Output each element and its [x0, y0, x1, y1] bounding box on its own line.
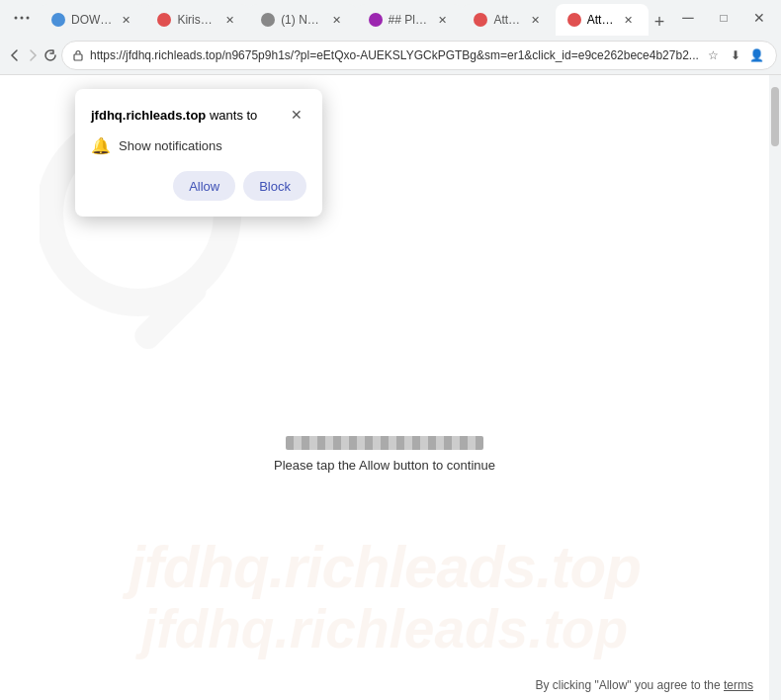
- allow-button[interactable]: Allow: [173, 171, 235, 201]
- bottom-text: By clicking "Allow" you agree to the: [535, 678, 720, 692]
- tab5-favicon: [474, 13, 487, 27]
- tab4-close[interactable]: ✕: [434, 12, 450, 28]
- tab-4[interactable]: ## Please... ✕: [357, 4, 463, 36]
- popup-actions: Allow Block: [91, 171, 306, 201]
- progress-section: Please tap the Allow button to continue: [236, 436, 533, 473]
- popup-close-button[interactable]: ✕: [287, 105, 306, 125]
- maximize-button[interactable]: □: [710, 4, 738, 32]
- text-watermark2: jfdhq.richleads.top: [141, 597, 628, 660]
- tab-3[interactable]: (1) New M... ✕: [249, 4, 356, 36]
- svg-rect-3: [74, 54, 82, 60]
- tab2-close[interactable]: ✕: [221, 12, 237, 28]
- browser-menu-icon[interactable]: [8, 4, 36, 32]
- close-button[interactable]: ✕: [745, 4, 773, 32]
- tab6-close[interactable]: ✕: [621, 12, 637, 28]
- tab6-title: Attention: [587, 13, 615, 27]
- popup-wants-to: wants to: [210, 108, 257, 123]
- tab5-title: Attention: [493, 13, 521, 27]
- tab4-title: ## Please...: [389, 13, 429, 27]
- new-tab-button[interactable]: +: [649, 8, 670, 36]
- popup-site: jfdhq.richleads.top: [91, 108, 206, 123]
- tab-1[interactable]: DOWNLO... ✕: [40, 4, 145, 36]
- back-button[interactable]: [8, 42, 22, 69]
- tab-2[interactable]: KirisTV D... ✕: [145, 4, 249, 36]
- address-bar[interactable]: https://jfdhq.richleads.top/n9675p9h1s/?…: [61, 41, 777, 70]
- svg-point-2: [27, 17, 30, 20]
- notification-popup: jfdhq.richleads.top wants to ✕ 🔔 Show no…: [75, 89, 322, 217]
- tab3-title: (1) New M...: [281, 13, 322, 27]
- download-icon[interactable]: ⬇: [727, 46, 744, 64]
- popup-notification-row: 🔔 Show notifications: [91, 136, 306, 155]
- title-bar: DOWNLO... ✕ KirisTV D... ✕ (1) New M... …: [0, 0, 781, 36]
- content-area: jfdhq.richleads.top wants to ✕ 🔔 Show no…: [0, 75, 781, 700]
- tab2-favicon: [157, 13, 171, 27]
- forward-button[interactable]: [26, 42, 40, 69]
- progress-bar: [286, 436, 483, 450]
- tab1-title: DOWNLO...: [71, 13, 112, 27]
- tab2-title: KirisTV D...: [177, 13, 216, 27]
- refresh-button[interactable]: [43, 42, 57, 69]
- minimize-button[interactable]: ─: [674, 4, 702, 32]
- svg-point-0: [15, 17, 18, 20]
- svg-point-1: [21, 17, 24, 20]
- watermark-line1: jfdhq.richleads.top: [129, 534, 641, 600]
- tab-bar: DOWNLO... ✕ KirisTV D... ✕ (1) New M... …: [40, 0, 670, 36]
- tab1-favicon: [51, 13, 65, 27]
- tab-5[interactable]: Attention ✕: [462, 4, 555, 36]
- popup-header: jfdhq.richleads.top wants to ✕: [91, 105, 306, 125]
- text-watermark: jfdhq.richleads.top: [9, 533, 760, 601]
- toolbar: https://jfdhq.richleads.top/n9675p9h1s/?…: [0, 36, 781, 75]
- tab5-close[interactable]: ✕: [528, 12, 544, 28]
- tab-6[interactable]: Attention ✕: [556, 4, 649, 36]
- terms-link[interactable]: terms: [724, 678, 753, 692]
- tab3-close[interactable]: ✕: [329, 12, 345, 28]
- scrollbar-thumb[interactable]: [771, 87, 779, 146]
- tab1-close[interactable]: ✕: [118, 12, 133, 28]
- address-icons: ☆ ⬇ 👤: [705, 46, 766, 64]
- tab6-favicon: [567, 13, 581, 27]
- watermark-line2: jfdhq.richleads.top: [141, 598, 628, 659]
- popup-title: jfdhq.richleads.top wants to: [91, 108, 257, 123]
- progress-text: Please tap the Allow button to continue: [236, 458, 533, 473]
- bell-icon: 🔔: [91, 136, 111, 155]
- scrollbar[interactable]: [769, 75, 781, 700]
- tab4-favicon: [369, 13, 383, 27]
- url-text: https://jfdhq.richleads.top/n9675p9h1s/?…: [90, 48, 699, 62]
- notification-text: Show notifications: [119, 138, 222, 153]
- browser-frame: DOWNLO... ✕ KirisTV D... ✕ (1) New M... …: [0, 0, 781, 700]
- block-button[interactable]: Block: [243, 171, 306, 201]
- progress-bar-fill: [286, 436, 483, 450]
- star-icon[interactable]: ☆: [705, 46, 723, 64]
- bottom-bar: By clicking "Allow" you agree to the ter…: [535, 678, 753, 692]
- profile-icon[interactable]: 👤: [748, 46, 766, 64]
- lock-icon: [72, 49, 84, 61]
- page-area: jfdhq.richleads.top wants to ✕ 🔔 Show no…: [0, 75, 769, 700]
- tab3-favicon: [261, 13, 275, 27]
